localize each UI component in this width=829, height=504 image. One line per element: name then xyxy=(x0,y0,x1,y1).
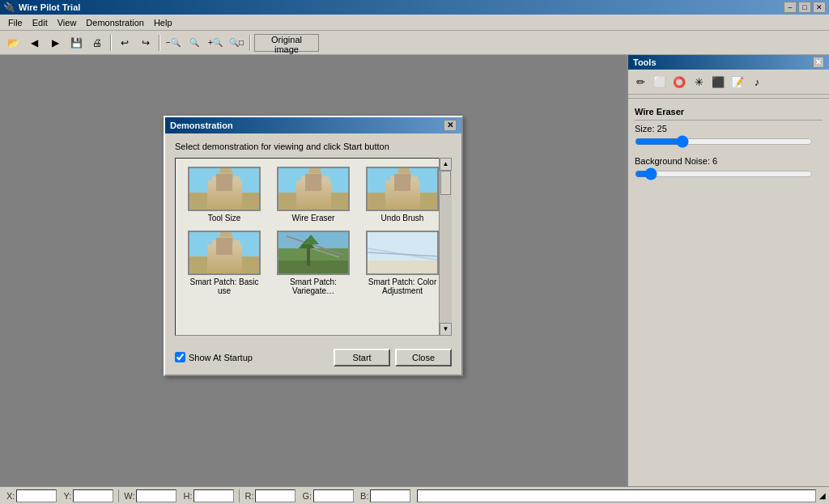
dialog-title-bar[interactable]: Demonstration ✕ xyxy=(165,117,461,133)
title-bar-text: Wire Pilot Trial xyxy=(19,2,80,12)
size-label: Size: 25 xyxy=(635,124,823,133)
svg-rect-13 xyxy=(306,183,312,191)
dialog-overlay: Demonstration ✕ Select demonstration for… xyxy=(0,55,627,468)
svg-rect-41 xyxy=(368,260,439,275)
show-at-startup-checkbox[interactable] xyxy=(175,352,185,362)
demo-scrollbar[interactable]: ▲ ▼ xyxy=(439,158,452,336)
demo-item-smart-patch-variegate[interactable]: Smart Patch: Variegate… xyxy=(271,229,355,297)
demo-grid-container[interactable]: Tool Size xyxy=(175,158,452,336)
tool-pencil[interactable]: ✏ xyxy=(631,73,649,91)
demo-item-smart-patch-color[interactable]: Smart Patch: Color Adjustment xyxy=(360,229,444,297)
dialog-title-text: Demonstration xyxy=(170,121,233,130)
tool-star[interactable]: ✳ xyxy=(690,73,708,91)
svg-rect-22 xyxy=(406,183,413,191)
minimize-button[interactable]: – xyxy=(784,2,797,13)
status-w-input[interactable] xyxy=(136,489,176,502)
toolbar-print[interactable]: 🖨 xyxy=(87,34,107,52)
svg-rect-34 xyxy=(278,248,350,260)
status-h-label: H: xyxy=(183,491,192,501)
noise-slider[interactable] xyxy=(635,167,813,180)
tools-divider-2 xyxy=(635,120,823,121)
tools-panel-close[interactable]: ✕ xyxy=(813,57,824,68)
menu-view[interactable]: View xyxy=(53,16,82,29)
toolbar-forward[interactable]: ▶ xyxy=(45,34,65,52)
title-bar-icon: 🔌 xyxy=(3,2,15,13)
svg-rect-1 xyxy=(189,193,261,211)
close-window-button[interactable]: ✕ xyxy=(813,2,826,13)
status-sep-2 xyxy=(239,489,240,502)
menu-demonstration[interactable]: Demonstration xyxy=(81,16,149,29)
status-y-input[interactable] xyxy=(73,489,113,502)
toolbar-zoom-in[interactable]: +🔍 xyxy=(206,34,225,52)
toolbar-zoom-actual[interactable]: 🔍□ xyxy=(227,34,246,52)
scrollbar-track[interactable] xyxy=(440,171,452,323)
dialog-close-button[interactable]: ✕ xyxy=(444,120,457,131)
tool-rect[interactable]: ⬜ xyxy=(651,73,669,91)
svg-rect-28 xyxy=(220,232,232,237)
status-h-input[interactable] xyxy=(193,489,234,502)
svg-rect-20 xyxy=(398,168,410,173)
status-sep-1 xyxy=(118,489,119,502)
status-x-input[interactable] xyxy=(16,489,57,502)
status-y: Y: xyxy=(60,489,117,502)
noise-slider-row: Background Noise: 6 xyxy=(635,156,823,182)
toolbar-zoom-out[interactable]: −🔍 xyxy=(164,34,183,52)
toolbar-back[interactable]: ◀ xyxy=(24,34,44,52)
scrollbar-down[interactable]: ▼ xyxy=(440,323,452,336)
status-b-input[interactable] xyxy=(370,489,410,502)
demo-item-undo-brush[interactable]: Undo Brush xyxy=(360,165,444,224)
menu-help[interactable]: Help xyxy=(149,16,177,29)
toolbar-zoom-fit[interactable]: 🔍 xyxy=(185,34,204,52)
start-button[interactable]: Start xyxy=(334,349,390,366)
menu-edit[interactable]: Edit xyxy=(28,16,53,29)
svg-rect-17 xyxy=(368,193,439,211)
tools-section-wire-eraser: Wire Eraser Size: 25 Background Noise: 6 xyxy=(628,102,829,193)
tool-text[interactable]: 📝 xyxy=(729,73,746,91)
main-area: Demonstration ✕ Select demonstration for… xyxy=(0,55,829,486)
svg-rect-9 xyxy=(278,193,350,211)
demo-item-wire-eraser[interactable]: Wire Eraser xyxy=(271,165,355,224)
status-h: H: xyxy=(180,489,237,502)
demo-grid-wrapper: Tool Size xyxy=(175,158,452,336)
demo-thumb-undo-brush xyxy=(366,167,439,211)
svg-rect-2 xyxy=(212,176,240,209)
status-b-label: B: xyxy=(360,491,368,501)
menu-file[interactable]: File xyxy=(3,16,28,29)
maximize-button[interactable]: □ xyxy=(798,2,811,13)
tool-circle[interactable]: ⭕ xyxy=(670,73,688,91)
status-g: G: xyxy=(299,489,357,502)
tool-fill[interactable]: ⬛ xyxy=(709,73,727,91)
tools-title-bar: Tools ✕ xyxy=(628,55,829,70)
status-text-box xyxy=(417,489,816,502)
demo-thumb-wire-eraser xyxy=(277,167,350,211)
status-g-input[interactable] xyxy=(313,489,354,502)
demo-label-smart-patch-variegate: Smart Patch: Variegate… xyxy=(277,277,350,295)
toolbar-separator-3 xyxy=(249,35,251,51)
toolbar-undo[interactable]: ↩ xyxy=(115,34,134,52)
svg-rect-6 xyxy=(228,183,235,191)
svg-rect-31 xyxy=(217,258,235,273)
toolbar: 📂 ◀ ▶ 💾 🖨 ↩ ↪ −🔍 🔍 +🔍 🔍□ Original image xyxy=(0,31,829,55)
toolbar-original-image[interactable]: Original image xyxy=(254,34,319,52)
toolbar-save[interactable]: 💾 xyxy=(66,34,86,52)
dialog-close-btn[interactable]: Close xyxy=(395,349,452,366)
demo-label-wire-eraser: Wire Eraser xyxy=(292,214,335,222)
status-w-label: W: xyxy=(124,491,134,501)
status-y-label: Y: xyxy=(63,491,71,501)
demo-item-tool-size[interactable]: Tool Size xyxy=(182,165,266,224)
toolbar-redo[interactable]: ↪ xyxy=(136,34,155,52)
toolbar-open[interactable]: 📂 xyxy=(3,34,23,52)
svg-rect-25 xyxy=(189,256,261,275)
scrollbar-thumb[interactable] xyxy=(440,171,451,195)
scrollbar-up[interactable]: ▲ xyxy=(440,158,452,171)
wire-eraser-title: Wire Eraser xyxy=(635,107,823,116)
status-r-label: R: xyxy=(244,491,253,501)
menu-bar: File Edit View Demonstration Help xyxy=(0,15,829,31)
status-r-input[interactable] xyxy=(255,489,295,502)
title-bar-controls: – □ ✕ xyxy=(784,2,826,13)
status-r: R: xyxy=(241,489,299,502)
tools-icons-row: ✏ ⬜ ⭕ ✳ ⬛ 📝 ♪ xyxy=(628,70,829,95)
demo-item-smart-patch-basic[interactable]: Smart Patch: Basic use xyxy=(182,229,266,297)
tool-music[interactable]: ♪ xyxy=(748,73,766,91)
size-slider[interactable] xyxy=(635,135,813,148)
